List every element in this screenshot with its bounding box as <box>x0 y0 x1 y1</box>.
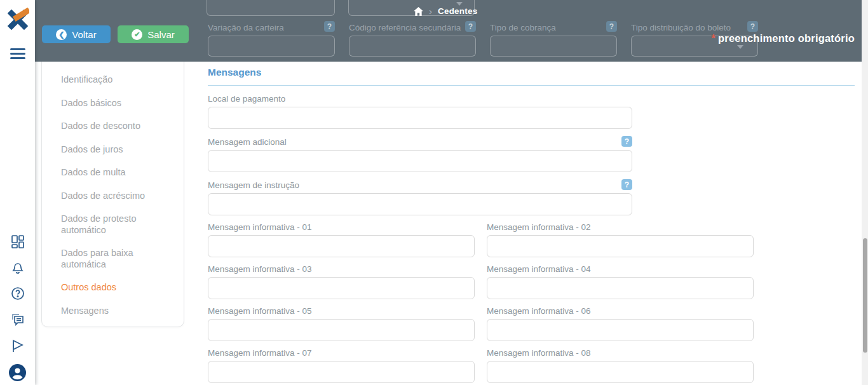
informativa-04-input[interactable] <box>487 277 754 299</box>
field-label: Tipo de cobrança <box>490 21 556 32</box>
field-mensagem-instrucao: Mensagem de instrução ? <box>208 179 855 215</box>
field-informativa-05: Mensagem informativa - 05 <box>208 306 475 341</box>
required-note-text: preenchimento obrigatório <box>718 32 855 44</box>
help-icon[interactable] <box>10 286 25 301</box>
hamburger-menu-icon[interactable] <box>10 48 25 62</box>
help-icon[interactable]: ? <box>621 136 632 147</box>
informative-messages-grid: Mensagem informativa - 01 Mensagem infor… <box>208 222 855 385</box>
check-icon: ✔ <box>132 29 142 40</box>
field-label: Mensagem informativa - 02 <box>487 222 591 232</box>
nav-item-mensagens[interactable]: Mensagens <box>61 306 171 317</box>
informativa-07-input[interactable] <box>208 361 475 383</box>
breadcrumb-current[interactable]: Cedentes <box>438 6 477 16</box>
field-label: Mensagem informativa - 06 <box>487 306 591 316</box>
nav-item-identificacao[interactable]: Identificação <box>61 74 171 86</box>
notifications-icon[interactable] <box>10 260 25 275</box>
field-informativa-02: Mensagem informativa - 02 <box>487 222 754 257</box>
dashboard-icon[interactable] <box>10 234 25 249</box>
nav-item-dados-protesto[interactable]: Dados de protesto automático <box>61 213 171 236</box>
text-input[interactable] <box>349 36 476 57</box>
breadcrumb: › Cedentes <box>414 6 477 17</box>
informativa-06-input[interactable] <box>487 319 754 341</box>
field-informativa-07: Mensagem informativa - 07 <box>208 348 475 383</box>
section-divider <box>208 85 855 86</box>
flag-icon[interactable] <box>10 338 25 353</box>
field-local-pagamento: Local de pagamento <box>208 94 855 129</box>
section-nav: Identificação Dados básicos Dados de des… <box>41 37 184 327</box>
breadcrumb-separator-icon: › <box>429 6 432 17</box>
field-informativa-01: Mensagem informativa - 01 <box>208 222 475 257</box>
help-icon[interactable]: ? <box>324 21 335 32</box>
field-label: Mensagem informativa - 01 <box>208 222 312 232</box>
nav-item-dados-acrescimo[interactable]: Dados de acréscimo <box>61 191 171 202</box>
field-label: Tipo distribuição do boleto <box>631 21 731 32</box>
field-label: Mensagem de instrução <box>208 180 299 190</box>
chat-icon[interactable] <box>10 312 25 327</box>
ghost-cutoff-field <box>207 0 335 16</box>
ghost-field-codigo-ref: Código referência secundária ? <box>349 21 476 57</box>
field-informativa-04: Mensagem informativa - 04 <box>487 264 754 299</box>
field-label: Mensagem adicional <box>208 137 287 147</box>
required-asterisk: * <box>711 32 715 44</box>
nav-item-dados-multa[interactable]: Dados de multa <box>61 167 171 179</box>
nav-item-dados-baixa[interactable]: Dados para baixa automática <box>61 248 171 270</box>
help-icon[interactable]: ? <box>606 21 617 32</box>
field-label: Código referência secundária <box>349 21 461 32</box>
top-header: ❮ Voltar ✔ Salvar › Cedentes Variação da… <box>35 0 862 62</box>
field-label: Mensagem informativa - 05 <box>208 306 312 316</box>
field-label: Mensagem informativa - 08 <box>487 348 591 358</box>
scrollbar-track[interactable] <box>862 0 868 385</box>
help-icon[interactable]: ? <box>621 179 632 190</box>
help-icon[interactable]: ? <box>465 21 476 32</box>
informativa-01-input[interactable] <box>208 235 475 257</box>
local-pagamento-input[interactable] <box>208 107 632 129</box>
informativa-05-input[interactable] <box>208 319 475 341</box>
icon-rail <box>0 0 35 385</box>
mensagem-instrucao-input[interactable] <box>208 193 632 215</box>
field-informativa-03: Mensagem informativa - 03 <box>208 264 475 299</box>
main-content: Mensagens Local de pagamento Mensagem ad… <box>208 67 855 385</box>
home-icon[interactable] <box>414 7 423 16</box>
field-label: Mensagem informativa - 07 <box>208 348 312 358</box>
user-avatar[interactable] <box>9 364 26 381</box>
help-icon[interactable]: ? <box>747 21 758 32</box>
informativa-02-input[interactable] <box>487 235 754 257</box>
scrollbar-thumb[interactable] <box>863 238 867 353</box>
chevron-down-icon <box>737 45 743 49</box>
field-label: Variação da carteira <box>208 21 284 32</box>
chevron-left-icon: ❮ <box>56 29 67 40</box>
nav-item-dados-juros[interactable]: Dados de juros <box>61 144 171 156</box>
section-title: Mensagens <box>208 67 855 78</box>
back-button[interactable]: ❮ Voltar <box>42 25 111 43</box>
text-input[interactable] <box>490 36 617 57</box>
nav-item-outros-dados[interactable]: Outros dados <box>61 282 171 294</box>
mensagem-adicional-input[interactable] <box>208 150 632 172</box>
ghost-field-tipo-cobranca: Tipo de cobrança ? <box>490 21 617 57</box>
app-logo[interactable] <box>6 8 29 34</box>
field-label: Local de pagamento <box>208 94 285 104</box>
field-label: Mensagem informativa - 04 <box>487 264 591 274</box>
field-label: Mensagem informativa - 03 <box>208 264 312 274</box>
ghost-field-variacao: Variação da carteira ? <box>208 21 335 57</box>
text-input[interactable] <box>208 36 335 57</box>
save-button-label: Salvar <box>147 29 175 40</box>
field-informativa-06: Mensagem informativa - 06 <box>487 306 754 341</box>
field-informativa-08: Mensagem informativa - 08 <box>487 348 754 383</box>
informativa-03-input[interactable] <box>208 277 475 299</box>
required-note: *preenchimento obrigatório <box>711 32 855 44</box>
save-button[interactable]: ✔ Salvar <box>118 25 189 43</box>
nav-item-dados-desconto[interactable]: Dados de desconto <box>61 121 171 132</box>
back-button-label: Voltar <box>72 29 96 40</box>
informativa-08-input[interactable] <box>487 361 754 383</box>
nav-item-dados-basicos[interactable]: Dados básicos <box>61 98 171 109</box>
field-mensagem-adicional: Mensagem adicional ? <box>208 136 855 172</box>
